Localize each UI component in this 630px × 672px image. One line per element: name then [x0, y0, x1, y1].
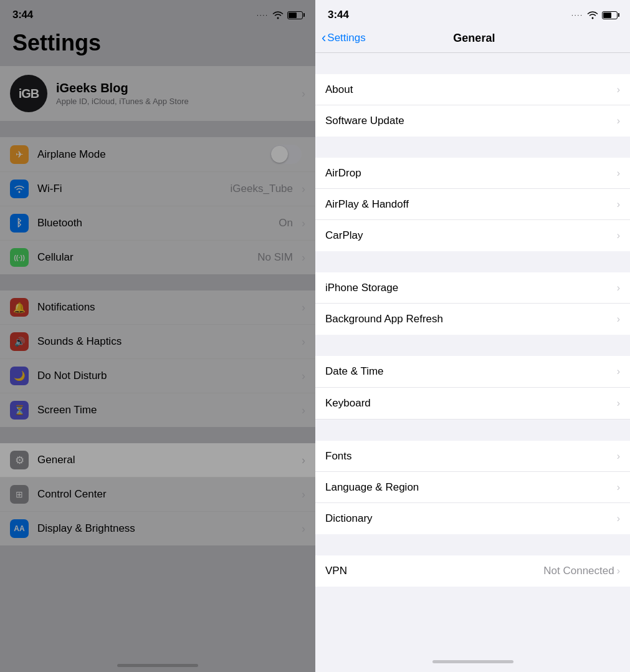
- right-content-list: About › Software Update › AirDrop › AirP…: [315, 53, 630, 651]
- section-language: Fonts › Language & Region › Dictionary ›: [315, 441, 630, 534]
- vpn-value: Not Connected: [543, 565, 614, 577]
- sidebar-item-wifi[interactable]: Wi-Fi iGeeks_Tube ›: [0, 172, 315, 206]
- backgroundapprefresh-label: Background App Refresh: [325, 313, 617, 325]
- airplane-icon: ✈: [10, 145, 29, 164]
- right-item-fonts[interactable]: Fonts ›: [315, 441, 630, 472]
- section-about: About › Software Update ›: [315, 74, 630, 137]
- right-panel: 3:44 ···· ‹ Settings General About: [315, 0, 630, 672]
- fonts-label: Fonts: [325, 450, 617, 463]
- sidebar-item-sounds[interactable]: 🔊 Sounds & Haptics ›: [0, 325, 315, 359]
- wifi-icon: [272, 11, 284, 19]
- right-wifi-icon: [587, 11, 598, 19]
- sidebar-item-displaybrightness[interactable]: AA Display & Brightness ›: [0, 512, 315, 545]
- right-item-backgroundapprefresh[interactable]: Background App Refresh ›: [315, 304, 630, 335]
- notifications-label: Notifications: [37, 301, 297, 314]
- right-item-dictionary[interactable]: Dictionary ›: [315, 503, 630, 534]
- right-item-about[interactable]: About ›: [315, 74, 630, 105]
- sidebar-item-airplane[interactable]: ✈ Airplane Mode: [0, 137, 315, 172]
- iphonestorage-chevron: ›: [617, 282, 620, 294]
- right-item-languageregion[interactable]: Language & Region ›: [315, 472, 630, 503]
- general-label: General: [37, 454, 297, 466]
- donotdisturb-icon: 🌙: [10, 367, 29, 385]
- gap5-right: [315, 534, 630, 555]
- sidebar-item-donotdisturb[interactable]: 🌙 Do Not Disturb ›: [0, 359, 315, 393]
- right-item-carplay[interactable]: CarPlay ›: [315, 220, 630, 251]
- iphonestorage-label: iPhone Storage: [325, 282, 617, 294]
- sidebar-item-notifications[interactable]: 🔔 Notifications ›: [0, 290, 315, 325]
- right-item-airdrop[interactable]: AirDrop ›: [315, 158, 630, 189]
- about-chevron: ›: [617, 84, 620, 95]
- keyboard-label: Keyboard: [325, 397, 617, 410]
- sidebar-item-screentime[interactable]: ⏳ Screen Time ›: [0, 393, 315, 427]
- fonts-chevron: ›: [617, 451, 620, 462]
- gap4-right: [315, 420, 630, 441]
- general-icon: ⚙: [10, 451, 29, 469]
- signal-icon: ····: [257, 12, 269, 19]
- right-item-keyboard[interactable]: Keyboard ›: [315, 388, 630, 419]
- profile-chevron: ›: [302, 87, 305, 100]
- left-status-time: 3:44: [12, 9, 33, 21]
- vpn-label: VPN: [325, 565, 543, 577]
- screentime-label: Screen Time: [37, 404, 297, 416]
- controlcenter-label: Control Center: [37, 488, 297, 501]
- cellular-icon: ((·)): [10, 248, 29, 267]
- datetime-chevron: ›: [617, 366, 620, 377]
- airplay-label: AirPlay & Handoff: [325, 198, 617, 211]
- sidebar-item-controlcenter[interactable]: ⊞ Control Center ›: [0, 478, 315, 512]
- languageregion-chevron: ›: [617, 482, 620, 493]
- home-indicator-right: [315, 651, 630, 672]
- sidebar-item-cellular[interactable]: ((·)) Cellular No SIM ›: [0, 241, 315, 274]
- airdrop-chevron: ›: [617, 168, 620, 179]
- displaybrightness-label: Display & Brightness: [37, 522, 297, 535]
- airplay-chevron: ›: [617, 199, 620, 210]
- airplane-toggle[interactable]: [270, 145, 302, 164]
- languageregion-label: Language & Region: [325, 481, 617, 494]
- sidebar-item-bluetooth[interactable]: ᛒ Bluetooth On ›: [0, 206, 315, 241]
- right-item-iphonestorage[interactable]: iPhone Storage ›: [315, 272, 630, 304]
- wifi-row-icon: [10, 180, 29, 198]
- back-chevron-icon: ‹: [322, 31, 326, 45]
- vpn-chevron: ›: [617, 565, 620, 577]
- about-label: About: [325, 84, 617, 96]
- controlcenter-icon: ⊞: [10, 485, 29, 504]
- left-settings-title: Settings: [0, 25, 315, 66]
- gap3-right: [315, 335, 630, 356]
- section-storage: iPhone Storage › Background App Refresh …: [315, 272, 630, 335]
- wifi-chevron: ›: [302, 183, 305, 196]
- right-item-airplay[interactable]: AirPlay & Handoff ›: [315, 189, 630, 220]
- profile-info: iGeeks Blog Apple ID, iCloud, iTunes & A…: [56, 81, 297, 106]
- back-button[interactable]: ‹ Settings: [322, 31, 366, 45]
- datetime-label: Date & Time: [325, 365, 617, 378]
- right-item-datetime[interactable]: Date & Time ›: [315, 356, 630, 387]
- right-status-icons: ····: [571, 11, 618, 19]
- dictionary-chevron: ›: [617, 513, 620, 524]
- cellular-chevron: ›: [302, 251, 305, 264]
- softwareupdate-label: Software Update: [325, 115, 617, 127]
- profile-subtitle: Apple ID, iCloud, iTunes & App Store: [56, 97, 297, 106]
- softwareupdate-chevron: ›: [617, 115, 620, 127]
- screentime-chevron: ›: [302, 404, 305, 417]
- notifications-group: 🔔 Notifications › 🔊 Sounds & Haptics › 🌙…: [0, 290, 315, 427]
- right-status-time: 3:44: [328, 9, 349, 21]
- right-item-softwareupdate[interactable]: Software Update ›: [315, 105, 630, 137]
- left-panel: 3:44 ···· Settings iGB iGeeks Blog Apple…: [0, 0, 315, 672]
- sidebar-item-general[interactable]: ⚙ General ›: [0, 443, 315, 478]
- gap1: [0, 122, 315, 137]
- left-status-icons: ····: [257, 11, 303, 19]
- controlcenter-chevron: ›: [302, 488, 305, 501]
- bluetooth-chevron: ›: [302, 217, 305, 230]
- avatar: iGB: [10, 75, 47, 112]
- left-status-bar: 3:44 ····: [0, 0, 315, 25]
- wifi-value: iGeeks_Tube: [231, 183, 293, 195]
- carplay-chevron: ›: [617, 230, 620, 241]
- right-item-vpn[interactable]: VPN Not Connected ›: [315, 555, 630, 587]
- airplane-label: Airplane Mode: [37, 148, 270, 161]
- gap1-right: [315, 137, 630, 158]
- right-battery-icon: [602, 11, 618, 19]
- profile-row[interactable]: iGB iGeeks Blog Apple ID, iCloud, iTunes…: [0, 66, 315, 121]
- back-label: Settings: [327, 32, 365, 44]
- sounds-icon: 🔊: [10, 332, 29, 351]
- sounds-chevron: ›: [302, 335, 305, 348]
- home-indicator-left: [117, 664, 198, 667]
- gap2-right: [315, 251, 630, 272]
